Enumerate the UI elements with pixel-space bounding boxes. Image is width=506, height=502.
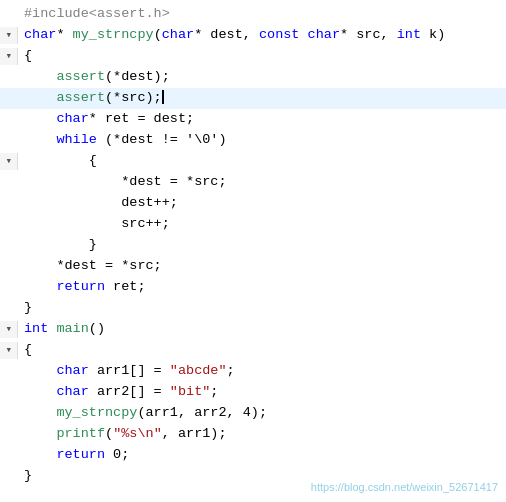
code-line: my_strncpy(arr1, arr2, 4); xyxy=(0,403,506,424)
line-content: } xyxy=(20,298,506,319)
line-gutter: ▾ xyxy=(0,153,18,170)
line-gutter: ▾ xyxy=(0,321,18,338)
kw2-token: char xyxy=(56,384,88,399)
plain-token: () xyxy=(89,321,105,336)
code-line: return ret; xyxy=(0,277,506,298)
code-line: printf("%s\n", arr1); xyxy=(0,424,506,445)
line-gutter: ▾ xyxy=(0,48,18,65)
kw2-token: char xyxy=(56,363,88,378)
str-token: "abcde" xyxy=(170,363,227,378)
plain-token: ret; xyxy=(105,279,146,294)
line-content: { xyxy=(20,340,506,361)
plain-token: } xyxy=(24,300,32,315)
line-gutter: ▾ xyxy=(0,342,18,359)
code-line: } xyxy=(0,235,506,256)
plain-token: , arr1); xyxy=(162,426,227,441)
kw2-token: return xyxy=(56,447,105,462)
pre-token: #include<assert.h> xyxy=(24,6,170,21)
line-content: { xyxy=(20,46,506,67)
kw2-token: char xyxy=(162,27,194,42)
line-content: assert(*dest); xyxy=(20,67,506,88)
line-content: printf("%s\n", arr1); xyxy=(20,424,506,445)
code-line: while (*dest != '\0') xyxy=(0,130,506,151)
line-content: char arr2[] = "bit"; xyxy=(20,382,506,403)
line-content: } xyxy=(20,466,506,487)
code-line: char arr2[] = "bit"; xyxy=(0,382,506,403)
line-content: int main() xyxy=(20,319,506,340)
code-line: } xyxy=(0,298,506,319)
code-line: #include<assert.h> xyxy=(0,4,506,25)
code-line: return 0; xyxy=(0,445,506,466)
line-content: } xyxy=(20,235,506,256)
plain-token: ( xyxy=(154,27,162,42)
plain-token: * dest, xyxy=(194,27,259,42)
plain-token: * xyxy=(56,27,72,42)
code-line: *dest = *src; xyxy=(0,256,506,277)
plain-token: arr1[] = xyxy=(89,363,170,378)
line-content: { xyxy=(20,151,506,172)
plain-token: } xyxy=(24,468,32,483)
kw2-token: char xyxy=(56,111,88,126)
code-line: src++; xyxy=(0,214,506,235)
plain-token: src++; xyxy=(89,216,170,231)
fold-icon[interactable]: ▾ xyxy=(5,48,12,65)
line-content: char* my_strncpy(char* dest, const char*… xyxy=(20,25,506,46)
plain-token: ; xyxy=(227,363,235,378)
code-line: *dest = *src; xyxy=(0,172,506,193)
plain-token: { xyxy=(24,48,32,63)
line-content: char arr1[] = "abcde"; xyxy=(20,361,506,382)
line-content: return 0; xyxy=(20,445,506,466)
plain-token: k) xyxy=(421,27,445,42)
code-line: assert(*src); xyxy=(0,88,506,109)
line-gutter: ▾ xyxy=(0,27,18,44)
code-line: ▾{ xyxy=(0,340,506,361)
fn-token: main xyxy=(56,321,88,336)
code-line: assert(*dest); xyxy=(0,67,506,88)
fn-token: my_strncpy xyxy=(73,27,154,42)
code-line: ▾ { xyxy=(0,151,506,172)
code-line: } xyxy=(0,466,506,487)
plain-token: ; xyxy=(210,384,218,399)
fn-token: my_strncpy xyxy=(56,405,137,420)
plain-token: *dest = *src; xyxy=(89,174,227,189)
kw2-token: int xyxy=(24,321,48,336)
line-content: while (*dest != '\0') xyxy=(20,130,506,151)
plain-token: (arr1, arr2, 4); xyxy=(137,405,267,420)
plain-token xyxy=(299,27,307,42)
text-cursor xyxy=(162,90,164,104)
line-content: char* ret = dest; xyxy=(20,109,506,130)
code-editor: #include<assert.h>▾char* my_strncpy(char… xyxy=(0,0,506,502)
kw2-token: int xyxy=(397,27,421,42)
plain-token: *dest = *src; xyxy=(56,258,161,273)
plain-token: (*dest != '\0') xyxy=(97,132,227,147)
kw-token: while xyxy=(56,132,97,147)
line-content: assert(*src); xyxy=(20,88,506,109)
code-line: ▾{ xyxy=(0,46,506,67)
code-line: char* ret = dest; xyxy=(0,109,506,130)
str-token: "%s\n" xyxy=(113,426,162,441)
line-content: my_strncpy(arr1, arr2, 4); xyxy=(20,403,506,424)
fn-token: printf xyxy=(56,426,105,441)
fold-icon[interactable]: ▾ xyxy=(5,321,12,338)
plain-token: 0; xyxy=(105,447,129,462)
fold-icon[interactable]: ▾ xyxy=(5,27,12,44)
line-content: return ret; xyxy=(20,277,506,298)
line-content: dest++; xyxy=(20,193,506,214)
code-line: char arr1[] = "abcde"; xyxy=(0,361,506,382)
fn-token: assert xyxy=(56,90,105,105)
kw2-token: return xyxy=(56,279,105,294)
str-token: "bit" xyxy=(170,384,211,399)
fold-icon[interactable]: ▾ xyxy=(5,153,12,170)
plain-token: (*src); xyxy=(105,90,162,105)
plain-token: { xyxy=(24,342,32,357)
line-content: *dest = *src; xyxy=(20,256,506,277)
kw2-token: char xyxy=(24,27,56,42)
fold-icon[interactable]: ▾ xyxy=(5,342,12,359)
code-line: ▾char* my_strncpy(char* dest, const char… xyxy=(0,25,506,46)
plain-token: * src, xyxy=(340,27,397,42)
plain-token: } xyxy=(56,237,97,252)
plain-token: * ret = dest; xyxy=(89,111,194,126)
plain-token: dest++; xyxy=(89,195,178,210)
fn-token: assert xyxy=(56,69,105,84)
code-line: ▾int main() xyxy=(0,319,506,340)
